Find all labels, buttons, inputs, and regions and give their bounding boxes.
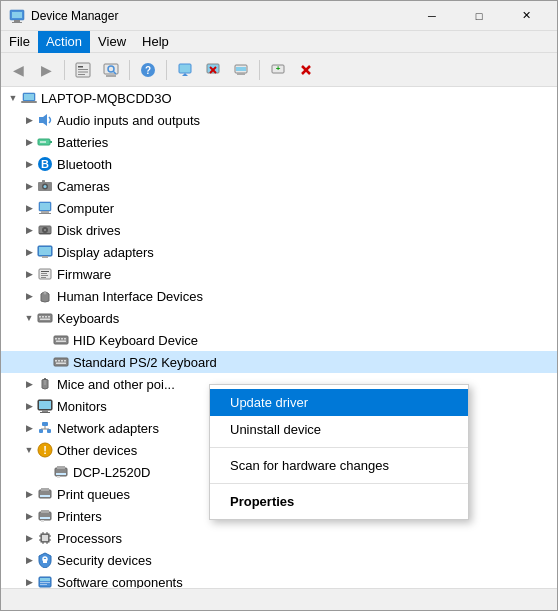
forward-button[interactable]: ▶ xyxy=(33,57,59,83)
menu-action[interactable]: Action xyxy=(38,31,90,53)
expander-cameras[interactable]: ▶ xyxy=(21,178,37,194)
expander-monitors[interactable]: ▶ xyxy=(21,398,37,414)
tree-item-firmware-label: Firmware xyxy=(57,267,111,282)
tree-item-root[interactable]: ▼ LAPTOP-MQBCDD3O xyxy=(1,87,557,109)
icon-software xyxy=(37,574,53,588)
expander-software[interactable]: ▶ xyxy=(21,574,37,588)
ctx-uninstall-device[interactable]: Uninstall device xyxy=(210,416,468,443)
expander-network[interactable]: ▶ xyxy=(21,420,37,436)
expander-hid[interactable]: ▶ xyxy=(21,288,37,304)
expander-security[interactable]: ▶ xyxy=(21,552,37,568)
toolbar-separator-1 xyxy=(64,60,65,80)
tree-item-ps2-keyboard[interactable]: ▶ Standard PS/2 Keyboard xyxy=(1,351,557,373)
icon-monitors xyxy=(37,398,53,414)
svg-rect-90 xyxy=(57,466,65,469)
toolbar-separator-2 xyxy=(129,60,130,80)
scan-hardware-button[interactable] xyxy=(98,57,124,83)
expander-other[interactable]: ▼ xyxy=(21,442,37,458)
tree-item-monitors-label: Monitors xyxy=(57,399,107,414)
icon-keyboards xyxy=(37,310,53,326)
svg-point-56 xyxy=(44,292,47,295)
window-icon xyxy=(9,8,25,24)
tree-item-firmware[interactable]: ▶ Firmware xyxy=(1,263,557,285)
svg-rect-39 xyxy=(42,180,45,182)
icon-printers xyxy=(37,508,53,524)
tree-item-security[interactable]: ▶ Security devices xyxy=(1,549,557,571)
svg-rect-21 xyxy=(237,73,245,75)
svg-rect-69 xyxy=(54,358,68,366)
svg-rect-47 xyxy=(39,233,51,234)
tree-item-network-label: Network adapters xyxy=(57,421,159,436)
expander-display[interactable]: ▶ xyxy=(21,244,37,260)
tree-item-disk[interactable]: ▶ Disk drives xyxy=(1,219,557,241)
ctx-scan-hardware[interactable]: Scan for hardware changes xyxy=(210,452,468,479)
tree-item-dcp-label: DCP-L2520D xyxy=(73,465,150,480)
tree-item-computer[interactable]: ▶ Computer xyxy=(1,197,557,219)
tree-item-hid[interactable]: ▶ Human Interface Devices xyxy=(1,285,557,307)
icon-bluetooth: B xyxy=(37,156,53,172)
svg-rect-5 xyxy=(78,66,83,68)
help-button[interactable]: ? xyxy=(135,57,161,83)
ctx-update-driver[interactable]: Update driver xyxy=(210,389,468,416)
tree-item-root-label: LAPTOP-MQBCDD3O xyxy=(41,91,172,106)
uninstall-button[interactable] xyxy=(200,57,226,83)
toolbar: ◀ ▶ ? xyxy=(1,53,557,87)
expander-batteries[interactable]: ▶ xyxy=(21,134,37,150)
icon-other: ! xyxy=(37,442,53,458)
device-manager-window: Device Manager ─ □ ✕ File Action View He… xyxy=(0,0,558,611)
maximize-button[interactable]: □ xyxy=(456,1,502,31)
tree-item-processors[interactable]: ▶ Processors xyxy=(1,527,557,549)
menu-help[interactable]: Help xyxy=(134,31,177,53)
tree-item-hid-keyboard[interactable]: ▶ HID Keyboard Device xyxy=(1,329,557,351)
tree-item-cameras[interactable]: ▶ Cameras xyxy=(1,175,557,197)
device-tree[interactable]: ▼ LAPTOP-MQBCDD3O ▶ Audio inputs and out… xyxy=(1,87,557,588)
svg-rect-57 xyxy=(38,314,52,322)
svg-marker-30 xyxy=(39,114,47,126)
expander-mice[interactable]: ▶ xyxy=(21,376,37,392)
expander-firmware[interactable]: ▶ xyxy=(21,266,37,282)
svg-rect-115 xyxy=(40,584,47,585)
expander-processors[interactable]: ▶ xyxy=(21,530,37,546)
svg-rect-6 xyxy=(78,69,88,70)
add-device-button[interactable]: + xyxy=(265,57,291,83)
svg-rect-15 xyxy=(179,64,191,73)
expander-keyboards[interactable]: ▼ xyxy=(21,310,37,326)
expander-print-queues[interactable]: ▶ xyxy=(21,486,37,502)
svg-rect-101 xyxy=(42,535,48,541)
expander-root[interactable]: ▼ xyxy=(5,90,21,106)
icon-disk xyxy=(37,222,53,238)
menu-file[interactable]: File xyxy=(1,31,38,53)
expander-printers[interactable]: ▶ xyxy=(21,508,37,524)
expander-computer[interactable]: ▶ xyxy=(21,200,37,216)
back-button[interactable]: ◀ xyxy=(5,57,31,83)
tree-item-audio[interactable]: ▶ Audio inputs and outputs xyxy=(1,109,557,131)
tree-item-software[interactable]: ▶ Software components xyxy=(1,571,557,588)
svg-rect-73 xyxy=(64,360,66,362)
expander-disk[interactable]: ▶ xyxy=(21,222,37,238)
tree-item-cameras-label: Cameras xyxy=(57,179,110,194)
tree-item-mice-label: Mice and other poi... xyxy=(57,377,175,392)
svg-rect-29 xyxy=(21,101,37,103)
tree-item-keyboards[interactable]: ▼ Keyboards xyxy=(1,307,557,329)
icon-mice xyxy=(37,376,53,392)
tree-item-display[interactable]: ▶ Display adapters xyxy=(1,241,557,263)
properties-button[interactable] xyxy=(70,57,96,83)
expander-bluetooth[interactable]: ▶ xyxy=(21,156,37,172)
svg-rect-58 xyxy=(39,316,41,318)
update-driver-button[interactable] xyxy=(172,57,198,83)
svg-rect-80 xyxy=(40,412,50,413)
tree-item-display-label: Display adapters xyxy=(57,245,154,260)
close-button[interactable]: ✕ xyxy=(503,1,549,31)
tree-item-bluetooth[interactable]: ▶ B Bluetooth xyxy=(1,153,557,175)
svg-rect-79 xyxy=(42,410,48,412)
delete-button[interactable] xyxy=(293,57,319,83)
tree-item-bluetooth-label: Bluetooth xyxy=(57,157,112,172)
icon-computer xyxy=(37,200,53,216)
expander-audio[interactable]: ▶ xyxy=(21,112,37,128)
icon-hid xyxy=(37,288,53,304)
tree-item-batteries[interactable]: ▶ Batteries xyxy=(1,131,557,153)
menu-view[interactable]: View xyxy=(90,31,134,53)
minimize-button[interactable]: ─ xyxy=(409,1,455,31)
ctx-properties[interactable]: Properties xyxy=(210,488,468,515)
display-button[interactable] xyxy=(228,57,254,83)
